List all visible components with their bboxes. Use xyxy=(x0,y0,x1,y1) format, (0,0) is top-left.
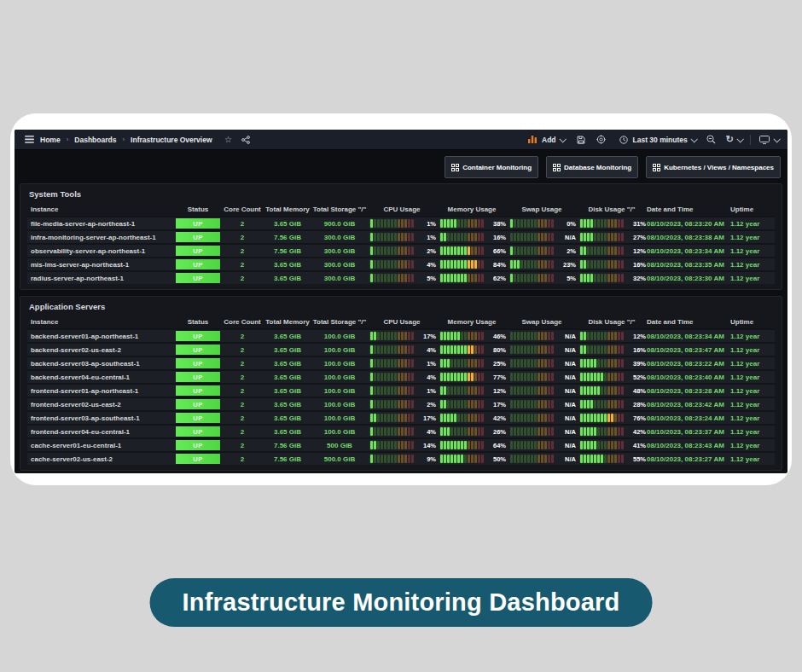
gauge-cell xyxy=(597,400,600,408)
gauge-cell xyxy=(531,455,533,463)
gauge-cell xyxy=(444,345,446,354)
apps-grid-icon xyxy=(653,159,660,175)
uptime-cell: 1.12 year xyxy=(730,220,775,228)
gauge-cell xyxy=(597,359,600,368)
gauge-cell xyxy=(548,219,550,228)
gauge-cell xyxy=(401,345,404,354)
gauge-cell xyxy=(398,441,400,449)
gauge-cell xyxy=(387,260,390,269)
gauge-cell xyxy=(618,414,620,422)
gauge-cell xyxy=(474,345,477,354)
menu-icon[interactable] xyxy=(23,134,35,146)
swap-usage-gauge: N/A xyxy=(507,359,577,368)
column-header: Uptime xyxy=(730,206,775,213)
gauge-cell xyxy=(377,386,380,395)
gauge-cell xyxy=(408,455,410,463)
apps-grid-icon xyxy=(553,159,561,175)
gauge-cell xyxy=(394,455,397,463)
gauge-cell xyxy=(541,233,543,241)
gauge-cell xyxy=(510,359,513,368)
instance-cell: cache-server01-eu-central-1 xyxy=(27,442,174,449)
gauge-cell xyxy=(531,427,533,436)
swap-usage-gauge: N/A xyxy=(507,414,577,422)
disk-usage-gauge: 16% xyxy=(577,345,647,354)
cpu-usage-gauge: 2% xyxy=(367,246,437,255)
gauge-cell xyxy=(601,427,603,436)
gauge-cell xyxy=(398,414,400,422)
uptime-cell: 1.12 year xyxy=(730,455,775,463)
gauge-cell xyxy=(440,359,443,368)
swap-usage-gauge-bar xyxy=(510,373,554,381)
gauge-cell xyxy=(391,359,393,368)
gauge-cell xyxy=(474,332,477,340)
gauge-cell xyxy=(447,359,450,368)
time-range-picker[interactable]: Last 30 minutes xyxy=(618,134,696,146)
gauge-cell xyxy=(517,414,520,422)
status-cell: UP xyxy=(174,412,222,424)
gauge-cell xyxy=(590,400,593,408)
quick-link-database-monitoring[interactable]: Database Monitoring xyxy=(546,156,638,178)
gauge-cell xyxy=(514,274,516,282)
status-cell: UP xyxy=(174,385,222,397)
gauge-cell xyxy=(384,345,386,354)
gauge-cell xyxy=(594,274,596,282)
status-badge: UP xyxy=(176,358,220,368)
quick-link-container-monitoring[interactable]: Container Monitoring xyxy=(445,156,538,178)
save-icon[interactable] xyxy=(575,134,587,146)
gauge-cell xyxy=(601,219,603,228)
gauge-cell xyxy=(604,274,607,282)
add-panel-button[interactable]: Add xyxy=(526,134,565,146)
column-header: Total Storage "/" xyxy=(312,318,367,326)
breadcrumb-dashboards[interactable]: Dashboards xyxy=(74,136,116,144)
gauge-cell xyxy=(404,233,407,241)
gauge-cell xyxy=(548,233,550,241)
disk-usage-value: 41% xyxy=(627,442,646,449)
quick-link-kubernetes-views-namespaces[interactable]: Kubernetes / Views / Namespaces xyxy=(646,156,781,178)
gauge-cell xyxy=(408,386,410,395)
swap-usage-value: N/A xyxy=(557,428,576,436)
share-icon[interactable] xyxy=(240,134,252,146)
gauge-cell xyxy=(621,219,624,228)
chevron-down-icon xyxy=(559,136,566,142)
gauge-cell xyxy=(531,373,533,381)
memory-usage-value: 62% xyxy=(487,275,506,282)
gauge-cell xyxy=(440,441,443,449)
gauge-cell xyxy=(524,274,526,282)
gauge-cell xyxy=(548,260,550,269)
gauge-cell xyxy=(510,441,513,449)
gauge-cell xyxy=(510,246,513,255)
cpu-usage-gauge: 2% xyxy=(367,400,437,408)
refresh-button[interactable]: ↻ xyxy=(726,134,742,145)
kiosk-mode-button[interactable] xyxy=(758,134,779,146)
gauge-cell xyxy=(517,260,520,269)
memory-usage-value: 12% xyxy=(487,387,506,395)
gauge-cell xyxy=(401,441,404,449)
swap-usage-gauge-bar xyxy=(510,455,554,463)
column-header: CPU Usage xyxy=(367,206,437,213)
zoom-out-icon[interactable] xyxy=(706,134,718,146)
instance-cell: infra-monitoring-server-ap-northeast-1 xyxy=(27,234,174,241)
breadcrumb-home[interactable]: Home xyxy=(40,136,61,144)
core-count-cell: 2 xyxy=(222,247,263,255)
gauge-cell xyxy=(464,345,467,354)
column-header: Core Count xyxy=(222,206,263,213)
gauge-cell xyxy=(398,373,400,381)
cpu-usage-gauge-bar xyxy=(370,345,414,354)
gauge-cell xyxy=(594,414,596,422)
gauge-cell xyxy=(401,386,404,395)
memory-usage-value: 25% xyxy=(487,360,506,368)
gauge-cell xyxy=(404,359,407,368)
gauge-cell xyxy=(544,260,547,269)
gauge-cell xyxy=(621,441,624,449)
cpu-usage-value: 14% xyxy=(417,442,436,449)
gauge-cell xyxy=(471,246,474,255)
table-header: InstanceStatusCore CountTotal MemoryTota… xyxy=(27,316,775,328)
gauge-cell xyxy=(461,345,463,354)
gauge-cell xyxy=(481,414,484,422)
gauge-cell xyxy=(531,359,533,368)
swap-usage-value: N/A xyxy=(557,360,576,368)
gauge-cell xyxy=(527,274,530,282)
star-icon[interactable]: ☆ xyxy=(223,134,235,146)
gauge-cell xyxy=(454,345,456,354)
settings-icon[interactable] xyxy=(596,134,607,146)
